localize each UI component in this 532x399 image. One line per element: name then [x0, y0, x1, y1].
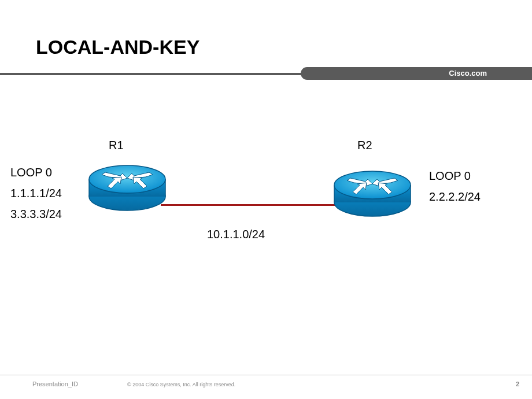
network-link-line	[161, 204, 340, 206]
svg-point-4	[89, 165, 165, 193]
r1-loop-line3: 3.3.3.3/24	[10, 204, 62, 224]
slide-title: LOCAL-AND-KEY	[36, 36, 200, 58]
router2-label: R2	[357, 139, 372, 152]
divider-pill	[301, 67, 532, 80]
router1-label: R1	[109, 139, 124, 152]
copyright-label: © 2004 Cisco Systems, Inc. All rights re…	[127, 382, 235, 387]
presentation-id-label: Presentation_ID	[32, 380, 78, 387]
svg-point-9	[334, 171, 411, 199]
slide-footer: Presentation_ID © 2004 Cisco Systems, In…	[0, 375, 532, 393]
network-diagram: R1 R2 LOOP 0 1.1.1.1/24 3.3.3.3/24 LOOP …	[0, 139, 532, 312]
r1-loop-line1: LOOP 0	[10, 162, 62, 183]
r1-loop-line2: 1.1.1.1/24	[10, 183, 62, 204]
network-link-label: 10.1.1.0/24	[207, 228, 265, 241]
r2-loop-line2: 2.2.2.2/24	[429, 186, 481, 207]
footer-divider-line	[0, 375, 532, 375]
page-number: 2	[516, 380, 519, 387]
r2-loop-line1: LOOP 0	[429, 165, 481, 186]
title-divider: Cisco.com	[0, 65, 532, 76]
brand-label: Cisco.com	[449, 69, 487, 77]
router2-icon	[332, 167, 413, 219]
r2-loopback-info: LOOP 0 2.2.2.2/24	[429, 165, 481, 207]
r1-loopback-info: LOOP 0 1.1.1.1/24 3.3.3.3/24	[10, 162, 62, 224]
router1-icon	[87, 161, 168, 213]
